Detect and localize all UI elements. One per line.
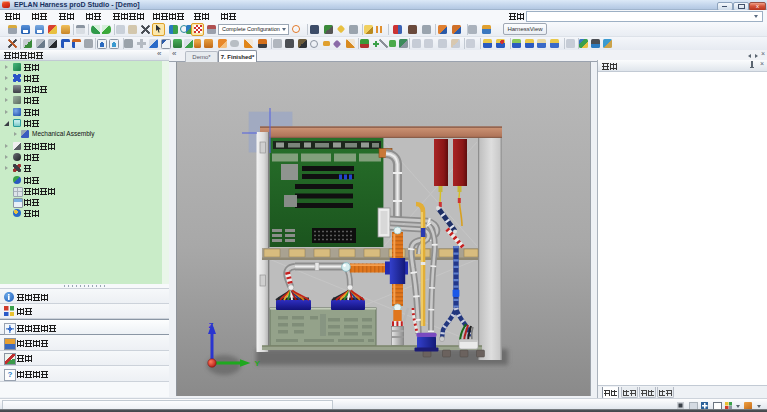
svg-text:Z: Z — [209, 321, 214, 330]
svg-text:Y: Y — [255, 359, 261, 368]
